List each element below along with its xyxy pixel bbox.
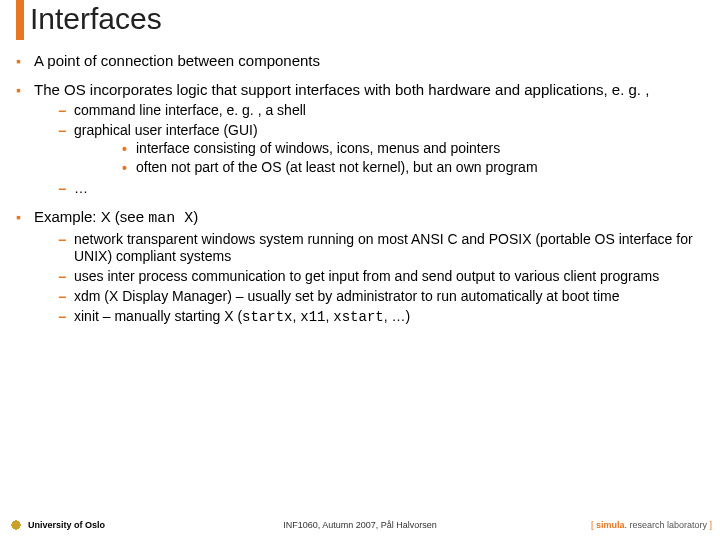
bracket-close-icon: ] bbox=[707, 520, 712, 530]
bullet-2-sub-3-text: … bbox=[74, 180, 710, 198]
dash-icon: − bbox=[58, 122, 74, 178]
bullet-2-sub-2: − graphical user interface (GUI) • inter… bbox=[34, 122, 710, 178]
bullet-3: ▪ Example: X (see man X) − network trans… bbox=[10, 208, 710, 327]
footer-right: [ simula. research laboratory ] bbox=[591, 520, 712, 530]
bullet-2-sub-2b: • often not part of the OS (at least not… bbox=[74, 159, 710, 177]
dot-icon: • bbox=[122, 140, 136, 158]
footer-uio: University of Oslo bbox=[28, 520, 105, 530]
b3s4-c2: x11 bbox=[300, 309, 325, 325]
dash-icon: − bbox=[58, 288, 74, 306]
bullet-3-sub-1: − network transparent windows system run… bbox=[34, 231, 710, 266]
bullet-3-pre: Example: X (see bbox=[34, 208, 148, 225]
bullet-2-sub-2b-text: often not part of the OS (at least not k… bbox=[136, 159, 710, 177]
square-bullet-icon: ▪ bbox=[16, 208, 34, 327]
bullet-3-sub-1-text: network transparent windows system runni… bbox=[74, 231, 710, 266]
bullet-3-code: man X bbox=[148, 210, 193, 227]
square-bullet-icon: ▪ bbox=[16, 81, 34, 198]
b3s4-pre: xinit – manually starting X ( bbox=[74, 308, 242, 324]
slide-footer: University of Oslo INF1060, Autumn 2007,… bbox=[0, 514, 720, 536]
bullet-2-sub-1-text: command line interface, e. g. , a shell bbox=[74, 102, 710, 120]
bullet-3-sub-2-text: uses inter process communication to get … bbox=[74, 268, 710, 286]
b3s4-c3: xstart bbox=[333, 309, 383, 325]
title-accent-bar bbox=[16, 0, 24, 40]
dash-icon: − bbox=[58, 268, 74, 286]
b3s4-post: , …) bbox=[384, 308, 410, 324]
bullet-2: ▪ The OS incorporates logic that support… bbox=[10, 81, 710, 198]
bullet-3-post: ) bbox=[193, 208, 198, 225]
bullet-3-sub-4: − xinit – manually starting X (startx, x… bbox=[34, 308, 710, 327]
bullet-3-sub-4-body: xinit – manually starting X (startx, x11… bbox=[74, 308, 710, 327]
uio-crest-icon bbox=[8, 517, 24, 533]
bullet-2-sub-2-body: graphical user interface (GUI) • interfa… bbox=[74, 122, 710, 178]
slide-title: Interfaces bbox=[30, 2, 162, 36]
b3s4-c1: startx bbox=[242, 309, 292, 325]
bullet-2-sub-2a: • interface consisting of windows, icons… bbox=[74, 140, 710, 158]
bullet-2-sub-1: − command line interface, e. g. , a shel… bbox=[34, 102, 710, 120]
dash-icon: − bbox=[58, 308, 74, 327]
bullet-1: ▪ A point of connection between componen… bbox=[10, 52, 710, 71]
dot-icon: • bbox=[122, 159, 136, 177]
slide-body: ▪ A point of connection between componen… bbox=[10, 52, 710, 336]
bullet-2-text: The OS incorporates logic that support i… bbox=[34, 81, 649, 98]
bullet-2-sub-3: − … bbox=[34, 180, 710, 198]
bullet-3-body: Example: X (see man X) − network transpa… bbox=[34, 208, 710, 327]
square-bullet-icon: ▪ bbox=[16, 52, 34, 71]
bullet-3-sub-3-text: xdm (X Display Manager) – usually set by… bbox=[74, 288, 710, 306]
bullet-3-sub-2: − uses inter process communication to ge… bbox=[34, 268, 710, 286]
footer-center: INF1060, Autumn 2007, Pål Halvorsen bbox=[283, 520, 437, 530]
dash-icon: − bbox=[58, 180, 74, 198]
bullet-1-text: A point of connection between components bbox=[34, 52, 710, 71]
footer-lab: . research laboratory bbox=[624, 520, 707, 530]
dash-icon: − bbox=[58, 102, 74, 120]
bullet-3-sub-3: − xdm (X Display Manager) – usually set … bbox=[34, 288, 710, 306]
footer-simula: simula bbox=[596, 520, 625, 530]
bullet-2-sub-2a-text: interface consisting of windows, icons, … bbox=[136, 140, 710, 158]
bullet-2-sub-2-text: graphical user interface (GUI) bbox=[74, 122, 258, 138]
dash-icon: − bbox=[58, 231, 74, 266]
bullet-2-body: The OS incorporates logic that support i… bbox=[34, 81, 710, 198]
